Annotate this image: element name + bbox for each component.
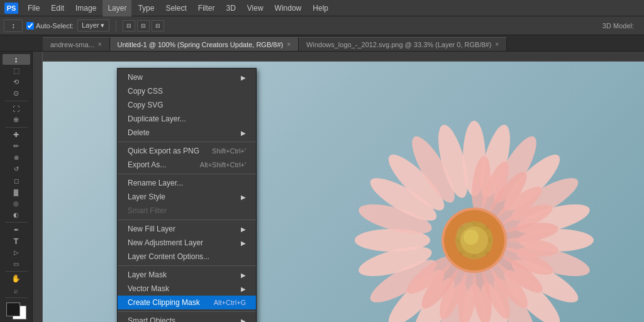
tab-windows-logo-label: Windows_logo_-_2012.svg.png @ 33.3% (Lay… <box>306 41 491 48</box>
crop-tool-btn[interactable]: ⛶ <box>3 103 30 114</box>
menu-item-copy-svg[interactable]: Copy SVG <box>118 98 256 112</box>
foreground-color-swatch[interactable] <box>6 303 20 316</box>
zoom-btn[interactable]: ⌕ <box>3 285 30 296</box>
eraser-btn[interactable]: ◻ <box>3 175 30 186</box>
canvas-area: New ▶ Copy CSS Copy SVG Duplicate Layer.… <box>33 52 644 322</box>
menu-filter[interactable]: Filter <box>193 0 220 16</box>
tab-andrew-close[interactable]: × <box>98 41 102 48</box>
menu-item-layer-style-arrow: ▶ <box>241 194 246 201</box>
svg-point-53 <box>464 230 479 245</box>
tab-windows-logo-close[interactable]: × <box>495 41 499 48</box>
menu-type[interactable]: Type <box>133 0 159 16</box>
menu-item-layer-content-options[interactable]: Layer Content Options... <box>118 250 256 264</box>
type-btn[interactable]: T <box>3 236 30 247</box>
menu-section-4: New Fill Layer ▶ New Adjustment Layer ▶ … <box>118 220 256 266</box>
menu-image[interactable]: Image <box>70 0 101 16</box>
move-tool-btn[interactable]: ↕ <box>3 54 30 65</box>
menu-item-new-fill-layer[interactable]: New Fill Layer ▶ <box>118 222 256 236</box>
options-bar: ↕ Auto-Select: Layer ▾ ⊟ ⊟ ⊟ 3D Model: <box>0 16 644 35</box>
align-center-btn[interactable]: ⊟ <box>137 20 150 31</box>
brush-btn[interactable]: ✏ <box>3 141 30 152</box>
menu-item-delete[interactable]: Delete ▶ <box>118 126 256 140</box>
menu-item-new-adjustment-layer[interactable]: New Adjustment Layer ▶ <box>118 236 256 250</box>
menu-item-create-clipping-mask-label: Create Clipping Mask <box>128 298 200 307</box>
menu-item-quick-export-label: Quick Export as PNG <box>128 147 199 155</box>
divider <box>116 20 116 31</box>
menu-item-copy-svg-label: Copy SVG <box>128 101 164 109</box>
tab-bar: andrew-sma... × Untitled-1 @ 100% (Sprin… <box>0 35 644 52</box>
menu-item-vector-mask-arrow: ▶ <box>241 286 246 292</box>
align-right-btn[interactable]: ⊟ <box>152 20 164 31</box>
pen-btn[interactable]: ✒ <box>3 225 30 235</box>
tab-windows-logo[interactable]: Windows_logo_-_2012.svg.png @ 33.3% (Lay… <box>299 37 507 51</box>
menu-item-layer-mask[interactable]: Layer Mask ▶ <box>118 268 256 282</box>
menu-item-copy-css[interactable]: Copy CSS <box>118 84 256 98</box>
color-swatches[interactable] <box>3 303 30 319</box>
eyedropper-btn[interactable]: ⊕ <box>3 114 30 125</box>
menu-item-duplicate-layer[interactable]: Duplicate Layer... <box>118 112 256 126</box>
menu-help[interactable]: Help <box>308 0 333 16</box>
menu-item-smart-filter-label: Smart Filter <box>128 206 167 215</box>
menu-item-new[interactable]: New ▶ <box>118 70 256 84</box>
menu-item-new-fill-layer-arrow: ▶ <box>241 226 246 233</box>
menu-file[interactable]: File <box>23 0 45 16</box>
tab-untitled-close[interactable]: × <box>287 41 291 48</box>
tab-untitled-label: Untitled-1 @ 100% (Spring Creators Updat… <box>118 41 284 48</box>
layer-dropdown-menu: New ▶ Copy CSS Copy SVG Duplicate Layer.… <box>117 68 257 322</box>
dodge-btn[interactable]: ◐ <box>3 209 30 220</box>
hand-btn[interactable]: ✋ <box>3 274 30 284</box>
menu-edit[interactable]: Edit <box>46 0 69 16</box>
lasso-tool-btn[interactable]: ⟲ <box>3 77 30 87</box>
menu-bar: PS File Edit Image Layer Type Select Fil… <box>0 0 644 16</box>
menu-section-1: New ▶ Copy CSS Copy SVG Duplicate Layer.… <box>118 69 256 142</box>
history-btn[interactable]: ↺ <box>3 164 30 174</box>
menu-item-smart-filter: Smart Filter <box>118 204 256 218</box>
menu-item-new-arrow: ▶ <box>241 74 246 81</box>
gradient-btn[interactable]: ▓ <box>3 187 30 197</box>
move-tool-icon[interactable]: ↕ <box>4 19 23 32</box>
menu-item-layer-style[interactable]: Layer Style ▶ <box>118 190 256 204</box>
align-left-btn[interactable]: ⊟ <box>123 20 135 31</box>
tab-andrew-label: andrew-sma... <box>50 41 94 48</box>
menu-3d[interactable]: 3D <box>221 0 240 16</box>
stamp-btn[interactable]: ⊗ <box>3 152 30 163</box>
menu-item-new-fill-layer-label: New Fill Layer <box>128 225 175 233</box>
auto-select-dropdown[interactable]: Layer ▾ <box>77 19 109 31</box>
marquee-tool-btn[interactable]: ⬚ <box>3 65 30 76</box>
menu-item-smart-objects[interactable]: Smart Objects ▶ <box>118 314 256 322</box>
menu-layer[interactable]: Layer <box>103 0 131 16</box>
transform-options: ⊟ ⊟ ⊟ <box>123 20 164 31</box>
menu-item-new-adjustment-layer-label: New Adjustment Layer <box>128 238 203 247</box>
auto-select-checkbox[interactable] <box>26 22 34 30</box>
menu-section-5: Layer Mask ▶ Vector Mask ▶ Create Clippi… <box>118 266 256 312</box>
menu-section-3: Rename Layer... Layer Style ▶ Smart Filt… <box>118 174 256 220</box>
menu-select[interactable]: Select <box>160 0 191 16</box>
shape-btn[interactable]: ▭ <box>3 258 30 269</box>
menu-item-vector-mask-label: Vector Mask <box>128 284 169 293</box>
menu-item-layer-style-label: Layer Style <box>128 192 165 201</box>
menu-item-export-as[interactable]: Export As... Alt+Shift+Ctrl+' <box>118 158 256 172</box>
quick-select-btn[interactable]: ⊙ <box>3 88 30 99</box>
menu-view[interactable]: View <box>242 0 269 16</box>
healing-btn[interactable]: ✚ <box>3 130 30 140</box>
menu-item-quick-export[interactable]: Quick Export as PNG Shift+Ctrl+' <box>118 144 256 158</box>
toolbar-divider-3 <box>5 222 28 223</box>
menu-item-create-clipping-mask[interactable]: Create Clipping Mask Alt+Ctrl+G <box>118 296 256 309</box>
path-btn[interactable]: ▷ <box>3 247 30 258</box>
menu-item-delete-arrow: ▶ <box>241 130 246 136</box>
menu-item-layer-mask-label: Layer Mask <box>128 270 167 279</box>
menu-section-2: Quick Export as PNG Shift+Ctrl+' Export … <box>118 142 256 174</box>
menu-item-rename-layer[interactable]: Rename Layer... <box>118 176 256 190</box>
menu-item-export-as-label: Export As... <box>128 160 166 169</box>
blur-btn[interactable]: ◎ <box>3 198 30 209</box>
3d-mode-label: 3D Model: <box>602 22 634 30</box>
ps-logo: PS <box>4 3 18 14</box>
menu-window[interactable]: Window <box>270 0 307 16</box>
flower-image <box>342 114 606 322</box>
menu-item-delete-label: Delete <box>128 128 150 137</box>
tab-andrew[interactable]: andrew-sma... × <box>43 37 110 51</box>
tab-untitled[interactable]: Untitled-1 @ 100% (Spring Creators Updat… <box>110 37 299 51</box>
vertical-ruler <box>33 52 43 322</box>
menu-item-create-clipping-mask-shortcut: Alt+Ctrl+G <box>214 299 246 306</box>
menu-item-vector-mask[interactable]: Vector Mask ▶ <box>118 282 256 296</box>
